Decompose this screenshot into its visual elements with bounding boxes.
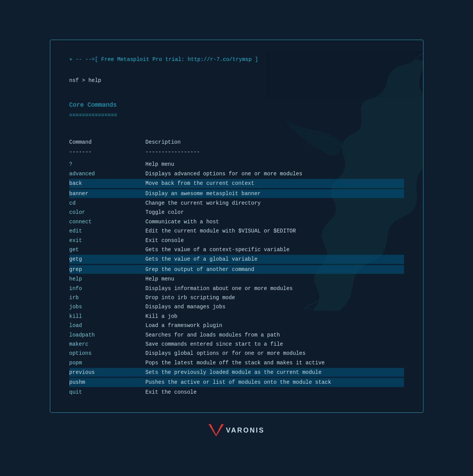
table-row: jobsDisplays and manages jobs — [69, 303, 404, 311]
cmd-cell: advanced — [69, 170, 146, 178]
table-row: exitExit console — [69, 236, 404, 245]
cmd-cell: edit — [69, 227, 146, 235]
desc-cell: Sets the previously loaded module as the… — [146, 368, 404, 377]
table-row: quitExit the console — [69, 388, 404, 396]
desc-cell: Move back from the current context — [146, 179, 404, 188]
table-row: infoDisplays information about one or mo… — [69, 284, 404, 293]
header-command: Command — [69, 138, 146, 146]
desc-cell: Help menu — [146, 275, 404, 283]
desc-cell: Displays and manages jobs — [146, 303, 404, 311]
terminal-container: + -- --=[ Free Metasploit Pro trial: htt… — [50, 40, 423, 413]
table-row: cdChange the current working directory — [69, 199, 404, 207]
table-header: Command Description — [69, 138, 404, 146]
cmd-cell: back — [69, 179, 146, 188]
table-row: previousSets the previously loaded modul… — [69, 368, 404, 377]
cmd-cell: get — [69, 245, 146, 254]
divider-desc: ----------------- — [146, 148, 404, 156]
cmd-cell: help — [69, 275, 146, 283]
table-row: popmPops the latest module off the stack… — [69, 359, 404, 367]
desc-cell: Edit the current module with $VISUAL or … — [146, 227, 404, 235]
terminal-text: + -- --=[ Free Metasploit Pro trial: htt… — [69, 55, 404, 396]
header-description: Description — [146, 138, 404, 146]
table-row: killKill a job — [69, 312, 404, 321]
desc-cell: Exit the console — [146, 388, 404, 396]
section-underline: =============== — [69, 111, 404, 120]
desc-cell: Save commands entered since start to a f… — [146, 340, 404, 348]
desc-cell: Searches for and loads modules from a pa… — [146, 331, 404, 339]
cmd-cell: irb — [69, 293, 146, 302]
cmd-cell: makerc — [69, 340, 146, 348]
divider-cmd: ------- — [69, 148, 146, 156]
table-row: helpHelp menu — [69, 275, 404, 283]
varonis-v-icon — [208, 424, 224, 436]
desc-cell: Communicate with a host — [146, 218, 404, 226]
cmd-cell: color — [69, 208, 146, 216]
table-row: backMove back from the current context — [69, 179, 404, 188]
help-command: nsf > help — [69, 76, 404, 85]
table-row: grepGrep the output of another command — [69, 265, 404, 274]
table-row: editEdit the current module with $VISUAL… — [69, 227, 404, 235]
table-divider: ------- ----------------- — [69, 148, 404, 156]
table-row: irbDrop into irb scripting mode — [69, 293, 404, 302]
cmd-cell: pushm — [69, 378, 146, 386]
desc-cell: Load a frameswork plugin — [146, 321, 404, 330]
table-row: bannerDisplay an awesome metasploit bann… — [69, 189, 404, 198]
cmd-cell: getg — [69, 255, 146, 263]
desc-cell: Pops the latest module off the stack and… — [146, 359, 404, 367]
cmd-cell: load — [69, 321, 146, 330]
desc-cell: Help menu — [146, 160, 404, 168]
footer: VARONIS — [208, 424, 265, 436]
cmd-cell: exit — [69, 236, 146, 245]
table-row: loadLoad a frameswork plugin — [69, 321, 404, 330]
commands-rows: ?Help menuadvancedDisplays advanced opti… — [69, 160, 404, 396]
cmd-cell: popm — [69, 359, 146, 367]
table-row: optionsDisplays global options or for on… — [69, 349, 404, 357]
table-row: makercSave commands entered since start … — [69, 340, 404, 348]
desc-cell: Displays global options or for one or mo… — [146, 349, 404, 357]
desc-cell: Drop into irb scripting mode — [146, 293, 404, 302]
cmd-cell: ? — [69, 160, 146, 168]
cmd-cell: cd — [69, 199, 146, 207]
desc-cell: Gets the value of a global variable — [146, 255, 404, 263]
desc-cell: Kill a job — [146, 312, 404, 321]
desc-cell: Toggle color — [146, 208, 404, 216]
cmd-cell: options — [69, 349, 146, 357]
varonis-text: VARONIS — [226, 426, 265, 434]
cmd-cell: loadpath — [69, 331, 146, 339]
table-row: loadpathSearches for and loads modules f… — [69, 331, 404, 339]
cmd-cell: info — [69, 284, 146, 293]
cmd-cell: banner — [69, 189, 146, 198]
desc-cell: Displays advanced options for one or mor… — [146, 170, 404, 178]
cmd-cell: grep — [69, 265, 146, 274]
desc-cell: Display an awesome metasploit banner — [146, 189, 404, 198]
table-row: colorToggle color — [69, 208, 404, 216]
varonis-logo: VARONIS — [208, 424, 265, 436]
table-row: ?Help menu — [69, 160, 404, 168]
commands-table: Command Description ------- ------------… — [69, 138, 404, 397]
desc-cell: Gets the value of a context-specific var… — [146, 245, 404, 254]
cmd-cell: kill — [69, 312, 146, 321]
cmd-cell: jobs — [69, 303, 146, 311]
table-row: getgGets the value of a global variable — [69, 255, 404, 264]
desc-cell: Grep the output of another command — [146, 265, 404, 274]
table-row: pushmPushes the active or list of module… — [69, 378, 404, 387]
desc-cell: Displays information about one or more m… — [146, 284, 404, 293]
table-row: connectCommunicate with a host — [69, 218, 404, 226]
cmd-cell: quit — [69, 388, 146, 396]
prompt-line: + -- --=[ Free Metasploit Pro trial: htt… — [69, 55, 404, 64]
table-row: getGets the value of a context-specific … — [69, 245, 404, 254]
desc-cell: Change the current working directory — [146, 199, 404, 207]
desc-cell: Pushes the active or list of modules ont… — [146, 378, 404, 386]
cmd-cell: connect — [69, 218, 146, 226]
desc-cell: Exit console — [146, 236, 404, 245]
cmd-cell: previous — [69, 368, 146, 377]
section-title: Core Commands — [69, 101, 404, 111]
table-row: advancedDisplays advanced options for on… — [69, 170, 404, 178]
